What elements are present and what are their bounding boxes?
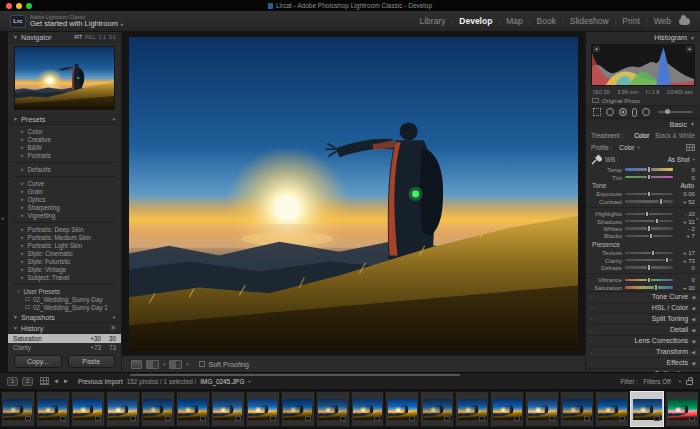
preset-item[interactable]: ▶Style: Vintage bbox=[8, 265, 121, 273]
preset-item[interactable]: ▼User Presets bbox=[8, 287, 121, 295]
slider-knob[interactable] bbox=[647, 174, 651, 181]
treatment-color-option[interactable]: Color bbox=[634, 132, 649, 139]
highlight-clipping-icon[interactable]: ▲ bbox=[686, 46, 693, 52]
filmstrip-thumbnail[interactable] bbox=[281, 391, 315, 427]
cloud-sync-icon[interactable] bbox=[679, 18, 690, 25]
filmstrip-thumbnail[interactable] bbox=[595, 391, 629, 427]
slider-knob[interactable] bbox=[654, 284, 658, 291]
snapshots-header[interactable]: ▼ Snapshots + bbox=[8, 312, 121, 323]
panel-solo-icon[interactable]: ▪ bbox=[591, 328, 593, 333]
preset-item[interactable]: ▶Grain bbox=[8, 187, 121, 195]
filmstrip-thumbnail[interactable] bbox=[316, 391, 350, 427]
masking-tool-icon[interactable] bbox=[632, 108, 637, 117]
preset-item[interactable]: ▶B&W bbox=[8, 143, 121, 151]
preset-item[interactable]: ▶Sharpening bbox=[8, 203, 121, 211]
panel-tone-curve[interactable]: ▪Tone Curve◀ bbox=[586, 292, 700, 303]
navigator-header[interactable]: ▼ Navigator FITFILL1:13:1 bbox=[8, 32, 121, 43]
secondary-monitor-button[interactable]: 2 bbox=[22, 377, 33, 386]
filter-dropdown[interactable]: Filters Off ▾ bbox=[643, 378, 681, 385]
profile-dropdown[interactable]: Color bbox=[619, 144, 634, 151]
get-started-link[interactable]: Get started with Lightroom▸ bbox=[30, 20, 123, 28]
slider-track[interactable] bbox=[625, 213, 673, 216]
shadow-clipping-icon[interactable]: ▲ bbox=[593, 46, 600, 52]
module-tab-print[interactable]: Print bbox=[622, 16, 639, 26]
spot-removal-icon[interactable] bbox=[606, 108, 614, 116]
treatment-bw-option[interactable]: Black & White bbox=[655, 132, 695, 139]
panel-solo-icon[interactable]: ▪ bbox=[591, 306, 593, 311]
close-window-button[interactable] bbox=[6, 3, 12, 9]
slider-knob[interactable] bbox=[647, 277, 651, 284]
slider-knob[interactable] bbox=[649, 233, 653, 240]
panel-solo-icon[interactable]: ▪ bbox=[591, 339, 593, 344]
slider-track[interactable] bbox=[625, 259, 673, 262]
preset-item[interactable]: ▶Portraits: Medium Skin bbox=[8, 233, 121, 241]
back-arrow-icon[interactable]: ◄ bbox=[53, 378, 59, 384]
slider-track[interactable] bbox=[625, 220, 673, 223]
slider-track[interactable] bbox=[625, 168, 673, 171]
filmstrip-thumbnail[interactable] bbox=[385, 391, 419, 427]
add-snapshot-button[interactable]: + bbox=[112, 314, 116, 321]
filmstrip-thumbnail[interactable] bbox=[211, 391, 245, 427]
filmstrip-thumbnail[interactable] bbox=[176, 391, 210, 427]
slider-knob[interactable] bbox=[647, 166, 651, 173]
preset-item[interactable]: ▶Defaults bbox=[8, 165, 121, 173]
slider-track[interactable] bbox=[625, 176, 673, 179]
wb-eyedropper-icon[interactable] bbox=[591, 154, 602, 165]
preset-item[interactable]: ▶Subject: Travel bbox=[8, 273, 121, 281]
filmstrip-thumbnail[interactable] bbox=[246, 391, 280, 427]
copy-button[interactable]: Copy... bbox=[14, 355, 62, 368]
filmstrip-thumbnail[interactable] bbox=[36, 391, 70, 427]
module-tab-book[interactable]: Book bbox=[537, 16, 556, 26]
slider-knob[interactable] bbox=[651, 250, 655, 257]
slider-knob[interactable] bbox=[659, 198, 663, 205]
slider-track[interactable] bbox=[625, 279, 673, 282]
profile-browser-icon[interactable] bbox=[686, 144, 695, 151]
navigator-zoom-fill[interactable]: FILL bbox=[85, 34, 95, 40]
slider-knob[interactable] bbox=[665, 257, 669, 264]
panel-split-toning[interactable]: ▪Split Toning◀ bbox=[586, 314, 700, 325]
module-tab-library[interactable]: Library bbox=[419, 16, 445, 26]
panel-lens-corrections[interactable]: ▪Lens Corrections◀ bbox=[586, 336, 700, 347]
filmstrip-thumbnail[interactable] bbox=[141, 391, 175, 427]
red-eye-icon[interactable] bbox=[619, 108, 627, 116]
slider-track[interactable] bbox=[625, 227, 673, 230]
preset-item[interactable]: ▶Optics bbox=[8, 195, 121, 203]
module-tab-web[interactable]: Web bbox=[654, 16, 671, 26]
filmstrip-thumbnail[interactable] bbox=[1, 391, 35, 427]
filmstrip-thumbnail[interactable] bbox=[420, 391, 454, 427]
chevron-down-icon[interactable]: ▾ bbox=[163, 362, 165, 367]
preset-item[interactable]: ▶Style: Cinematic bbox=[8, 249, 121, 257]
slider-track[interactable] bbox=[625, 286, 673, 289]
primary-monitor-button[interactable]: 1 bbox=[7, 377, 18, 386]
source-label[interactable]: Previous Import bbox=[78, 378, 123, 385]
before-after-tb-icon[interactable] bbox=[169, 360, 182, 369]
tool-amount-slider[interactable] bbox=[658, 111, 693, 113]
clear-history-button[interactable]: ✕ bbox=[110, 324, 116, 332]
slider-knob[interactable] bbox=[665, 109, 670, 114]
basic-header[interactable]: Basic ▼ bbox=[586, 119, 700, 129]
panel-hsl-color[interactable]: ▪HSL / Color◀ bbox=[586, 303, 700, 314]
navigator-preview[interactable] bbox=[14, 46, 115, 110]
slider-knob[interactable] bbox=[647, 264, 651, 271]
zoom-window-button[interactable] bbox=[26, 3, 32, 9]
soft-proofing-checkbox[interactable] bbox=[199, 361, 205, 367]
module-tab-slideshow[interactable]: Slideshow bbox=[570, 16, 609, 26]
loupe-view-icon[interactable] bbox=[131, 360, 142, 369]
panel-solo-icon[interactable]: ▪ bbox=[591, 361, 593, 366]
history-entry[interactable]: Saturation+3030 bbox=[8, 334, 121, 343]
navigator-zoom-fit[interactable]: FIT bbox=[74, 34, 82, 40]
panel-transform[interactable]: ▪Transform◀ bbox=[586, 347, 700, 358]
navigator-zoom-3-1[interactable]: 3:1 bbox=[109, 34, 116, 40]
preset-item[interactable]: ▶Portraits bbox=[8, 151, 121, 159]
filmstrip-thumbnail[interactable] bbox=[560, 391, 594, 427]
collapse-left-panel-icon[interactable]: ◂ bbox=[1, 215, 4, 221]
slider-knob[interactable] bbox=[647, 225, 651, 232]
auto-button[interactable]: Auto bbox=[680, 182, 694, 189]
slider-knob[interactable] bbox=[645, 211, 649, 218]
slider-track[interactable] bbox=[625, 235, 673, 238]
slider-track[interactable] bbox=[625, 266, 673, 269]
grid-view-icon[interactable] bbox=[40, 377, 49, 385]
filmstrip-thumbnail[interactable] bbox=[525, 391, 559, 427]
histogram-header[interactable]: Histogram ▼ bbox=[586, 32, 700, 43]
slider-track[interactable] bbox=[625, 200, 673, 203]
